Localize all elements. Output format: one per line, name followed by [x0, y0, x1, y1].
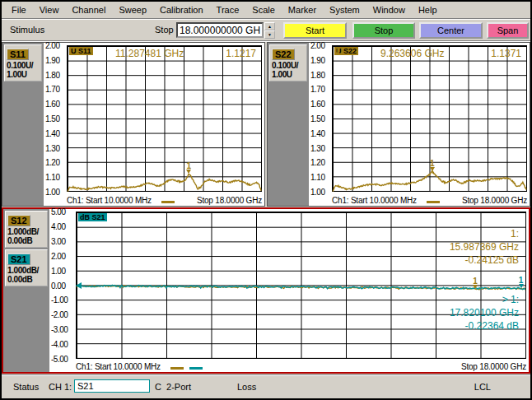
active-measurement-box[interactable]: S21 — [74, 379, 150, 393]
y-tick-label: 1.70 — [45, 85, 59, 94]
span-button[interactable]: Span — [487, 22, 529, 39]
s11-marker-readout: 11.287481 GHz 1.1217 — [115, 48, 256, 59]
stop-field-label: Stop — [155, 25, 174, 35]
s11-plot: 2.001.901.801.701.601.501.401.301.201.10… — [44, 43, 264, 206]
s22-plot: 2.001.901.801.701.601.501.401.301.201.10… — [309, 43, 530, 206]
s22-trace-button[interactable]: S22 — [272, 49, 295, 60]
cal-status-label: C 2-Port — [155, 382, 191, 392]
trace-marker-1: 1 — [186, 162, 191, 174]
s22-trace-legend — [427, 201, 440, 203]
trace-legend-dash — [427, 201, 440, 203]
menu-window[interactable]: Window — [366, 2, 412, 18]
s21-scale-per-div: 1.000dB/ — [7, 266, 45, 275]
menu-sweep[interactable]: Sweep — [112, 2, 153, 18]
s21-trace-panel[interactable]: S21 1.000dB/ 0.00dB — [5, 249, 48, 286]
s22-trace-line — [333, 171, 526, 192]
y-tick-label: 5.00 — [51, 207, 65, 216]
s11-marker-value: 1.1217 — [226, 48, 256, 59]
s22-scale-per-div: 0.100U/ — [272, 61, 305, 70]
s11-scale-per-div: 0.100U/ — [7, 61, 40, 70]
y-tick-label: 1.00 — [51, 267, 65, 276]
menu-file[interactable]: File — [5, 2, 33, 18]
y-tick-label: 1.60 — [45, 100, 59, 109]
s12-trace-panel[interactable]: S12 1.000dB/ 0.00dB — [5, 211, 48, 248]
marker-triangle-icon — [186, 170, 191, 174]
start-button[interactable]: Start — [283, 22, 347, 39]
s22-grid: U S22 9.263606 GHz 1.1371 11 — [332, 45, 527, 192]
y-tick-label: 1.20 — [310, 158, 324, 167]
marker1-s12-readout: 1: 15.987369 GHz -0.24125 dB — [382, 214, 519, 280]
s11-trace-line — [68, 174, 261, 191]
s11-trace-button[interactable]: S11 — [7, 49, 29, 60]
stepper-down-icon[interactable]: ▼ — [264, 30, 275, 39]
y-tick-label: 1.30 — [45, 144, 59, 153]
menu-bar: FileViewChannelSweepCalibrationTraceScal… — [2, 2, 530, 19]
s11-grid: U S11 11.287481 GHz 1.1217 1 — [67, 45, 262, 192]
y-tick-label: 2.00 — [45, 41, 59, 50]
y-tick-label: 1.10 — [45, 173, 59, 182]
menu-scale[interactable]: Scale — [245, 2, 282, 18]
s22-marker-value: 1.1371 — [491, 48, 521, 59]
s21-x-axis: Ch1: Start 10.0000 MHz Stop 18.0000 GHz — [76, 362, 526, 371]
y-tick-label: 1.70 — [310, 85, 324, 94]
y-tick-label: 1.20 — [45, 158, 59, 167]
trace-legend-dash — [161, 201, 175, 203]
s21-trace-button[interactable]: S21 — [7, 253, 30, 265]
menu-marker[interactable]: Marker — [282, 2, 323, 18]
stimulus-toolbar: Stimulus Stop ▲▼ StartStopCenterSpan — [2, 19, 530, 41]
menu-help[interactable]: Help — [412, 2, 444, 18]
reference-level-arrow-icon — [76, 282, 82, 289]
s12-trace-button[interactable]: S12 — [7, 215, 30, 226]
y-tick-label: 2.00 — [310, 41, 324, 50]
marker1-s12-frequency: 15.987369 GHz — [415, 240, 519, 253]
s11-trace-legend — [161, 201, 175, 203]
s21-plot: 5.004.003.002.001.000.00-1.00-2.00-3.00-… — [49, 209, 529, 372]
trace-legend-dash — [189, 367, 203, 370]
stop-button[interactable]: Stop — [352, 22, 415, 39]
s11-y-axis-labels: 2.001.901.801.701.601.501.401.301.201.10… — [45, 45, 67, 192]
menu-system[interactable]: System — [323, 2, 366, 18]
menu-trace[interactable]: Trace — [210, 2, 246, 18]
y-tick-label: 1.00 — [310, 188, 324, 197]
s22-trace-panel[interactable]: S22 0.100U/ 1.00U — [269, 44, 307, 81]
y-tick-label: 1.90 — [45, 56, 59, 65]
status-label: Status — [13, 382, 39, 392]
y-tick-label: 4.00 — [51, 222, 65, 231]
s11-x-axis: Ch1: Start 10.0000 MHz Stop 18.0000 GHz — [67, 196, 262, 205]
menu-view[interactable]: View — [33, 2, 66, 18]
s12-scale-per-div: 1.000dB/ — [7, 227, 45, 236]
y-tick-label: 1.10 — [310, 173, 324, 182]
s21-ref-value: 0.00dB — [7, 275, 45, 284]
s11-sidebar: S11 0.100U/ 1.00U — [2, 43, 44, 206]
y-tick-label: -2.00 — [51, 310, 68, 319]
center-button[interactable]: Center — [419, 22, 483, 39]
y-tick-label: 1.90 — [310, 56, 324, 65]
stop-frequency-input[interactable] — [176, 22, 264, 38]
s22-ref-value: 1.00U — [272, 70, 305, 79]
s22-marker-frequency: 9.263606 GHz — [380, 48, 444, 59]
y-tick-label: 1.50 — [45, 114, 59, 123]
stepper-up-icon[interactable]: ▲ — [264, 22, 275, 30]
s11-trace-canvas — [68, 46, 261, 191]
s12-ref-value: 0.00dB — [7, 236, 45, 245]
marker-triangle-icon — [430, 167, 435, 171]
y-tick-label: 1.50 — [310, 114, 324, 123]
menu-calibration[interactable]: Calibration — [153, 2, 210, 18]
s21-start-label: Ch1: Start 10.0000 MHz — [76, 362, 203, 371]
y-tick-label: 1.80 — [310, 71, 324, 80]
marker1-s12-number: 1: — [494, 227, 519, 240]
status-bar: Status CH 1: S21 C 2-Port Loss LCL — [2, 374, 530, 398]
menu-channel[interactable]: Channel — [65, 2, 112, 18]
s11-marker-frequency: 11.287481 GHz — [115, 48, 184, 59]
trace-legend-dash — [170, 367, 184, 370]
status-message: Loss — [237, 382, 256, 392]
s11-trace-panel[interactable]: S11 0.100U/ 1.00U — [4, 44, 42, 81]
s11-trace-format-label: U S11 — [69, 47, 93, 55]
corner-marker-number: 1 — [335, 46, 340, 55]
s22-stop-label: Stop 18.0000 GHz — [462, 196, 527, 205]
y-tick-label: 1.40 — [45, 129, 59, 138]
y-tick-label: -3.00 — [51, 325, 68, 334]
s21-chart-window: S12 1.000dB/ 0.00dB S21 1.000dB/ 0.00dB … — [2, 207, 530, 374]
marker1-s21-number: > 1: — [494, 293, 519, 306]
y-tick-label: 3.00 — [51, 237, 65, 246]
